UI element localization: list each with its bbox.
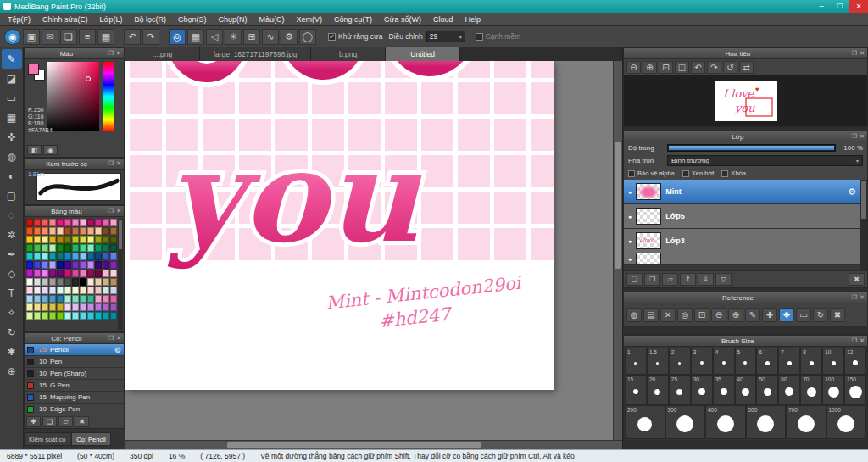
- popout-icon[interactable]: ❐: [852, 133, 857, 140]
- palette-swatch[interactable]: [110, 261, 117, 269]
- palette-swatch[interactable]: [34, 295, 41, 303]
- palette-swatch[interactable]: [49, 287, 56, 294]
- palette-swatch[interactable]: [57, 244, 64, 252]
- palette-swatch[interactable]: [95, 295, 102, 303]
- close-icon[interactable]: ✕: [116, 160, 121, 167]
- layer-visibility-dot[interactable]: ●: [628, 214, 632, 220]
- palette-swatch[interactable]: [64, 227, 71, 235]
- navigator-preview[interactable]: I love ♥ you: [624, 75, 867, 126]
- palette-swatch[interactable]: [26, 236, 33, 243]
- trash-icon[interactable]: ✖: [830, 308, 845, 322]
- palette-swatch[interactable]: [49, 295, 56, 303]
- palette-swatch[interactable]: [103, 278, 109, 286]
- palette-swatch[interactable]: [34, 261, 41, 269]
- snap-off-icon[interactable]: ◁: [206, 29, 223, 45]
- eyedropper-tool[interactable]: ✧: [2, 303, 22, 322]
- import-image-icon[interactable]: ◍: [626, 308, 642, 322]
- hand-tool[interactable]: ✱: [2, 342, 22, 361]
- palette-swatch[interactable]: [103, 287, 109, 294]
- palette-swatch[interactable]: [80, 253, 86, 260]
- canvas-viewport[interactable]: you Mint - Mintcodon29oi #hd247: [125, 61, 622, 440]
- checkbox-box[interactable]: [628, 170, 635, 177]
- palette-swatch[interactable]: [49, 227, 56, 235]
- palette-swatch[interactable]: [34, 253, 41, 260]
- palette-swatch[interactable]: [64, 244, 71, 252]
- menu-item[interactable]: Help: [459, 15, 487, 24]
- rgb-sliders-button[interactable]: ◧: [27, 145, 42, 155]
- palette-swatch[interactable]: [26, 261, 33, 269]
- brush-size-cell[interactable]: 300: [665, 405, 706, 439]
- menu-item[interactable]: Chụp(N): [213, 15, 253, 24]
- palette-scrollbar[interactable]: [118, 219, 123, 330]
- menu-item[interactable]: Cửa sổ(W): [378, 15, 427, 24]
- palette-swatch[interactable]: [87, 278, 94, 286]
- palette-swatch[interactable]: [26, 219, 33, 226]
- scrollbar-thumb[interactable]: [119, 220, 122, 249]
- layer-folder-button[interactable]: ▱: [662, 273, 678, 286]
- palette-swatch[interactable]: [110, 287, 117, 294]
- palette-swatch[interactable]: [57, 227, 64, 235]
- layer-option-checkbox[interactable]: Xén bớt: [682, 170, 715, 177]
- popout-icon[interactable]: ❐: [108, 160, 114, 167]
- palette-swatch[interactable]: [64, 278, 71, 286]
- canvas-vertical-scrollbar[interactable]: [613, 61, 622, 440]
- adjust-input[interactable]: 29 ▾: [426, 31, 465, 42]
- snap-radial-icon[interactable]: ✳: [225, 29, 242, 45]
- navigator-thumbnail[interactable]: I love ♥ you: [715, 81, 777, 121]
- palette-swatch[interactable]: [103, 312, 109, 320]
- palette-swatch[interactable]: [80, 227, 86, 235]
- palette-swatch[interactable]: [49, 312, 56, 320]
- lasso-tool[interactable]: ◌: [2, 205, 22, 225]
- palette-swatch[interactable]: [42, 303, 48, 311]
- palette-swatch[interactable]: [72, 295, 79, 303]
- palette-swatch[interactable]: [95, 236, 102, 243]
- text-tool[interactable]: T: [2, 283, 22, 303]
- palette-swatch[interactable]: [57, 312, 64, 320]
- brush-size-cell[interactable]: 150: [844, 375, 866, 405]
- palette-swatch[interactable]: [95, 278, 102, 286]
- zoom-fit-icon[interactable]: ⊡: [659, 61, 673, 74]
- palette-swatch[interactable]: [49, 270, 56, 277]
- palette-swatch[interactable]: [80, 278, 86, 286]
- layer-row[interactable]: ●Mint⚙: [624, 180, 860, 204]
- menu-item[interactable]: Tệp(F): [2, 15, 36, 24]
- palette-swatch[interactable]: [34, 287, 41, 294]
- palette-swatch[interactable]: [34, 303, 41, 311]
- palette-swatch[interactable]: [72, 253, 79, 260]
- palette-swatch[interactable]: [95, 303, 102, 311]
- maximize-button[interactable]: ❐: [831, 0, 849, 13]
- palette-swatch[interactable]: [110, 303, 117, 311]
- layer-settings-icon[interactable]: ⚙: [848, 186, 856, 198]
- checkbox-box[interactable]: ✓: [328, 33, 336, 41]
- marquee-icon[interactable]: ▭: [796, 308, 811, 322]
- grid-view-icon[interactable]: ▦: [97, 29, 114, 45]
- brush-list-item[interactable]: 15Mapping Pen: [25, 392, 124, 404]
- palette-swatch[interactable]: [80, 261, 86, 269]
- palette-swatch[interactable]: [49, 278, 56, 286]
- brush-sync-icon[interactable]: ◉: [4, 29, 21, 45]
- crosshair-icon[interactable]: ◎: [677, 308, 693, 322]
- palette-swatch[interactable]: [64, 261, 71, 269]
- delete-layer-button[interactable]: ✖: [849, 273, 865, 286]
- document-tab[interactable]: ....png: [125, 47, 200, 61]
- palette-swatch[interactable]: [87, 261, 94, 269]
- palette-swatch[interactable]: [95, 287, 102, 294]
- palette-swatch[interactable]: [95, 244, 102, 252]
- palette-swatch[interactable]: [110, 312, 117, 320]
- brush-size-cell[interactable]: 60: [778, 375, 800, 405]
- list-icon[interactable]: ≡: [79, 29, 96, 45]
- palette-swatch[interactable]: [80, 236, 86, 243]
- palette-swatch[interactable]: [42, 244, 48, 252]
- palette-swatch[interactable]: [57, 270, 64, 277]
- brush-list-item[interactable]: 10Edge Pen: [25, 404, 124, 415]
- duplicate-layer-button[interactable]: ❐: [644, 273, 660, 286]
- snap-curve-icon[interactable]: ∿: [262, 29, 279, 45]
- brush-size-cell[interactable]: 15: [625, 375, 647, 405]
- eraser-tool[interactable]: ◪: [2, 69, 22, 88]
- menu-item[interactable]: Cloud: [427, 15, 459, 24]
- palette-swatch[interactable]: [57, 253, 64, 260]
- palette-swatch[interactable]: [110, 270, 117, 277]
- palette-swatch[interactable]: [110, 219, 117, 226]
- palette-swatch[interactable]: [42, 219, 48, 226]
- brush-settings-icon[interactable]: ⚙: [114, 346, 121, 354]
